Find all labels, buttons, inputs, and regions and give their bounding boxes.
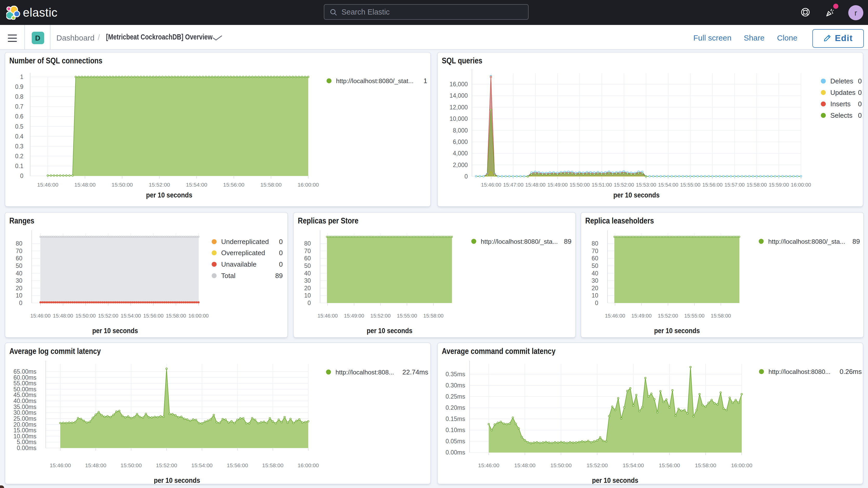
svg-text:http://localhost:8080/_stat...: http://localhost:8080/_stat... <box>336 78 413 85</box>
svg-text:16:00:00: 16:00:00 <box>791 182 811 188</box>
svg-text:15:50:00: 15:50:00 <box>112 182 133 188</box>
svg-text:15:54:00: 15:54:00 <box>186 182 207 188</box>
svg-text:16:00:00: 16:00:00 <box>298 182 319 188</box>
svg-text:0: 0 <box>858 89 862 96</box>
svg-text:16:00:00: 16:00:00 <box>298 462 319 468</box>
svg-text:15:52:00: 15:52:00 <box>98 313 118 318</box>
svg-text:16:00:00: 16:00:00 <box>188 313 209 318</box>
svg-text:15:48:00: 15:48:00 <box>514 462 536 468</box>
svg-text:15:50:00: 15:50:00 <box>570 182 590 188</box>
svg-text:45.00ms: 45.00ms <box>13 392 36 398</box>
svg-text:0.05ms: 0.05ms <box>446 438 465 445</box>
svg-text:15:52:00: 15:52:00 <box>614 182 634 188</box>
svg-text:80: 80 <box>16 240 22 247</box>
svg-text:Updates: Updates <box>830 89 856 96</box>
svg-text:15:57:00: 15:57:00 <box>724 182 745 188</box>
svg-text:15:59:00: 15:59:00 <box>769 182 789 188</box>
svg-text:0.35ms: 0.35ms <box>446 371 465 377</box>
svg-text:15:55:00: 15:55:00 <box>397 313 417 318</box>
svg-text:0.2: 0.2 <box>15 153 23 159</box>
svg-text:15:46:00: 15:46:00 <box>37 182 59 188</box>
svg-text:15:47:00: 15:47:00 <box>503 182 523 188</box>
svg-text:80: 80 <box>304 240 311 247</box>
svg-text:0.1: 0.1 <box>15 163 23 170</box>
svg-text:70: 70 <box>304 247 311 254</box>
svg-text:10: 10 <box>304 292 311 299</box>
svg-text:0: 0 <box>279 249 283 256</box>
svg-text:0.20ms: 0.20ms <box>446 404 465 411</box>
svg-text:40: 40 <box>591 270 598 276</box>
svg-text:15:55:00: 15:55:00 <box>684 313 705 318</box>
svg-text:40: 40 <box>16 270 22 276</box>
svg-text:16:00:00: 16:00:00 <box>731 462 752 468</box>
svg-text:0.15ms: 0.15ms <box>446 416 465 422</box>
svg-text:0.7: 0.7 <box>15 103 23 110</box>
svg-text:per 10 seconds: per 10 seconds <box>92 326 138 334</box>
svg-text:0.00ms: 0.00ms <box>446 449 465 456</box>
svg-text:50: 50 <box>304 262 311 269</box>
svg-text:30.00ms: 30.00ms <box>13 409 36 416</box>
svg-text:0.4: 0.4 <box>15 133 23 140</box>
svg-text:15:49:00: 15:49:00 <box>631 313 652 318</box>
svg-text:0: 0 <box>279 238 283 245</box>
svg-text:0.3: 0.3 <box>15 143 23 150</box>
svg-text:per 10 seconds: per 10 seconds <box>366 326 412 334</box>
svg-text:Selects: Selects <box>830 112 852 119</box>
svg-text:55.00ms: 55.00ms <box>13 380 36 387</box>
svg-text:10: 10 <box>591 292 598 299</box>
svg-text:15:51:00: 15:51:00 <box>592 182 612 188</box>
svg-text:per 10 seconds: per 10 seconds <box>613 191 659 199</box>
svg-text:10,000: 10,000 <box>450 115 468 122</box>
svg-text:2,000: 2,000 <box>453 162 468 169</box>
svg-text:25.00ms: 25.00ms <box>13 415 36 422</box>
svg-text:6,000: 6,000 <box>453 139 468 145</box>
svg-text:15:58:00: 15:58:00 <box>262 462 283 468</box>
svg-text:89: 89 <box>275 272 283 279</box>
svg-text:15:48:00: 15:48:00 <box>525 182 546 188</box>
svg-text:20.00ms: 20.00ms <box>13 421 36 428</box>
svg-text:0: 0 <box>595 299 598 306</box>
svg-text:15:56:00: 15:56:00 <box>659 462 680 468</box>
svg-text:http://localhost:8080/_sta...: http://localhost:8080/_sta... <box>480 238 557 245</box>
svg-text:15:48:00: 15:48:00 <box>85 462 106 468</box>
svg-text:16,000: 16,000 <box>450 81 468 88</box>
svg-text:15:48:00: 15:48:00 <box>53 313 73 318</box>
svg-text:40: 40 <box>304 270 311 276</box>
svg-text:0: 0 <box>19 299 22 306</box>
svg-text:0: 0 <box>307 299 311 306</box>
svg-text:22.74ms: 22.74ms <box>402 368 428 376</box>
svg-text:0.26ms: 0.26ms <box>840 368 862 375</box>
svg-text:50.00ms: 50.00ms <box>13 386 36 393</box>
svg-text:89: 89 <box>852 237 860 245</box>
svg-text:15:56:00: 15:56:00 <box>227 462 248 468</box>
svg-text:http://localhost:8080/_sta...: http://localhost:8080/_sta... <box>768 238 845 245</box>
svg-text:0: 0 <box>464 173 468 180</box>
svg-text:Underreplicated: Underreplicated <box>221 238 269 245</box>
svg-text:15:54:00: 15:54:00 <box>623 462 644 468</box>
svg-text:20: 20 <box>16 284 22 291</box>
svg-text:15:56:00: 15:56:00 <box>702 182 722 188</box>
svg-text:60.00ms: 60.00ms <box>13 374 36 381</box>
svg-text:10: 10 <box>16 292 22 299</box>
svg-text:15:46:00: 15:46:00 <box>50 462 71 468</box>
svg-text:15:52:00: 15:52:00 <box>149 182 170 188</box>
svg-text:89: 89 <box>564 237 571 245</box>
svg-text:15:52:00: 15:52:00 <box>587 462 608 468</box>
svg-text:15:49:00: 15:49:00 <box>344 313 364 318</box>
svg-text:60: 60 <box>16 255 22 262</box>
svg-text:70: 70 <box>16 247 22 254</box>
svg-text:0.00ms: 0.00ms <box>17 445 36 451</box>
svg-text:per 10 seconds: per 10 seconds <box>154 476 200 484</box>
svg-text:15:56:00: 15:56:00 <box>143 313 163 318</box>
svg-text:15.00ms: 15.00ms <box>13 427 36 434</box>
svg-text:15:54:00: 15:54:00 <box>658 182 678 188</box>
svg-text:12,000: 12,000 <box>450 104 468 111</box>
svg-text:4,000: 4,000 <box>453 150 468 157</box>
svg-text:Unavailable: Unavailable <box>221 260 256 268</box>
svg-text:65.00ms: 65.00ms <box>13 368 36 375</box>
svg-text:0.9: 0.9 <box>15 84 23 90</box>
svg-text:0: 0 <box>858 100 862 108</box>
svg-text:0.5: 0.5 <box>15 123 23 130</box>
svg-text:15:58:00: 15:58:00 <box>423 313 443 318</box>
svg-text:35.00ms: 35.00ms <box>13 403 36 410</box>
